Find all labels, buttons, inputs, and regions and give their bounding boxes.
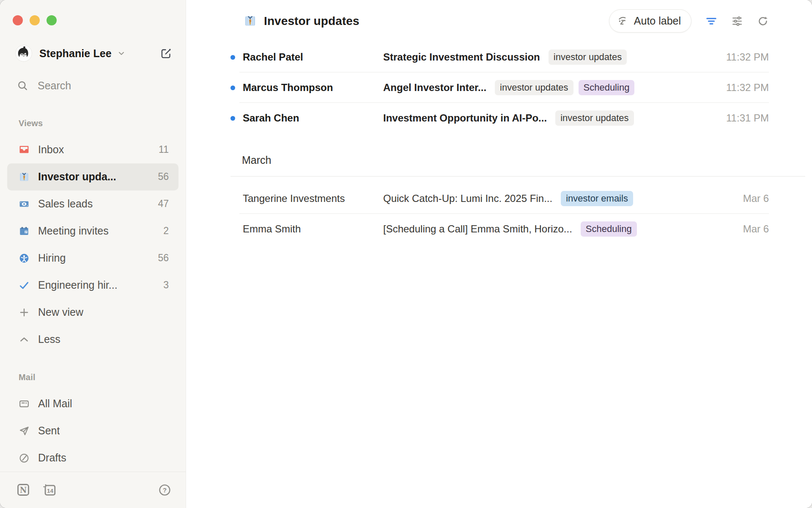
email-time: 11:32 PM — [716, 51, 769, 63]
email-time: Mar 6 — [733, 223, 769, 235]
sidebar-item-label: All Mail — [38, 398, 72, 410]
notion-app-icon[interactable]: N — [16, 483, 30, 497]
sidebar-item-label: Engineering hir... — [38, 279, 118, 291]
unread-count: 56 — [158, 252, 169, 264]
mail-list: All Mail Sent Drafts — [0, 390, 186, 472]
filter-icon[interactable] — [705, 15, 717, 27]
auto-label-text: Auto label — [634, 15, 681, 27]
new-view-label: New view — [38, 306, 83, 318]
header-actions: Auto label — [609, 9, 769, 33]
email-time: 11:32 PM — [716, 82, 769, 94]
email-row[interactable]: Marcus Thompson Angel Investor Inter... … — [186, 72, 812, 103]
email-sender: Tangerine Investments — [243, 193, 383, 204]
new-view-button[interactable]: New view — [7, 299, 178, 326]
email-group-recent: Rachel Patel Strategic Investment Discus… — [186, 42, 812, 133]
show-less-button[interactable]: Less — [7, 326, 178, 353]
email-sender: Emma Smith — [243, 223, 383, 235]
email-time: 11:31 PM — [716, 112, 769, 124]
sidebar-item-label: Sales leads — [38, 198, 93, 210]
view-header: Investor updates Auto label — [186, 0, 812, 42]
label-chip[interactable]: investor emails — [561, 191, 633, 206]
email-row[interactable]: Tangerine Investments Quick Catch-Up: Lu… — [186, 183, 812, 214]
calendar-icon — [19, 226, 30, 237]
email-subject: [Scheduling a Call] Emma Smith, Horizo..… — [383, 223, 572, 235]
label-chip[interactable]: investor updates — [549, 50, 627, 65]
sidebar-item-sales-leads[interactable]: Sales leads 47 — [7, 190, 178, 218]
label-chip[interactable]: Scheduling — [581, 221, 637, 237]
close-window-button[interactable] — [13, 15, 23, 25]
sidebar-item-engineering-hiring[interactable]: Engineering hir... 3 — [7, 272, 178, 299]
email-sender: Rachel Patel — [243, 51, 383, 63]
email-subject: Angel Investor Inter... — [383, 82, 486, 94]
svg-text:14: 14 — [47, 488, 53, 494]
label-chip[interactable]: investor updates — [555, 110, 634, 126]
account-switcher[interactable]: Stephanie Lee — [0, 44, 186, 64]
notion-calendar-app-icon[interactable]: 14 — [42, 483, 57, 497]
refresh-icon[interactable] — [757, 15, 769, 27]
help-icon[interactable]: ? — [158, 483, 171, 497]
zoom-window-button[interactable] — [47, 15, 57, 25]
unread-indicator — [230, 116, 235, 121]
email-subject: Investment Opportunity in AI-Po... — [383, 112, 547, 124]
sidebar: Stephanie Lee Search Views — [0, 0, 186, 508]
sidebar-item-label: Meeting invites — [38, 225, 109, 237]
sidebar-item-label: Hiring — [38, 252, 66, 264]
email-row[interactable]: Sarah Chen Investment Opportunity in AI-… — [186, 103, 812, 133]
banknote-icon — [19, 199, 30, 210]
mail-section-label: Mail — [0, 373, 186, 382]
sidebar-item-label: Drafts — [38, 452, 66, 464]
check-mark-icon — [19, 280, 30, 291]
views-section-label: Views — [0, 119, 186, 128]
plus-icon — [19, 307, 30, 318]
email-row[interactable]: Rachel Patel Strategic Investment Discus… — [186, 42, 812, 72]
chevron-up-icon — [19, 334, 30, 345]
auto-label-icon — [617, 15, 629, 27]
sidebar-item-hiring[interactable]: Hiring 56 — [7, 245, 178, 272]
main-content: Investor updates Auto label — [186, 0, 812, 508]
sidebar-item-investor-updates[interactable]: Investor upda... 56 — [7, 163, 178, 190]
unread-count: 3 — [163, 279, 169, 291]
email-row[interactable]: Emma Smith [Scheduling a Call] Emma Smit… — [186, 214, 812, 244]
unread-count: 11 — [159, 144, 169, 155]
label-chip[interactable]: investor updates — [495, 80, 573, 95]
unread-count: 2 — [163, 225, 169, 237]
minimize-window-button[interactable] — [30, 15, 40, 25]
display-settings-icon[interactable] — [731, 15, 743, 27]
auto-label-button[interactable]: Auto label — [609, 9, 691, 33]
label-chip[interactable]: Scheduling — [579, 80, 635, 95]
email-sender: Marcus Thompson — [243, 82, 383, 94]
svg-text:N: N — [20, 486, 27, 494]
email-subject: Quick Catch-Up: Lumi Inc. 2025 Fin... — [383, 193, 552, 204]
compose-icon[interactable] — [160, 48, 172, 59]
draft-icon — [19, 453, 30, 464]
sidebar-item-inbox[interactable]: Inbox 11 — [7, 136, 178, 163]
sidebar-item-label: Investor upda... — [38, 171, 116, 183]
chevron-down-icon — [117, 49, 126, 58]
search-input[interactable]: Search — [0, 79, 186, 92]
unread-count: 56 — [158, 171, 169, 182]
show-less-label: Less — [38, 333, 60, 345]
sidebar-item-meeting-invites[interactable]: Meeting invites 2 — [7, 218, 178, 245]
email-sender: Sarah Chen — [243, 112, 383, 124]
send-icon — [19, 425, 30, 436]
window-controls — [0, 0, 186, 25]
sidebar-item-all-mail[interactable]: All Mail — [7, 390, 178, 417]
unread-indicator — [230, 55, 235, 60]
group-heading-label: March — [242, 154, 271, 166]
sidebar-item-sent[interactable]: Sent — [7, 417, 178, 444]
necktie-shirt-icon — [19, 171, 30, 182]
svg-text:?: ? — [163, 487, 167, 494]
group-heading: March — [186, 133, 812, 177]
person-circle-icon — [19, 253, 30, 264]
email-time: Mar 6 — [733, 193, 769, 204]
sidebar-item-drafts[interactable]: Drafts — [7, 444, 178, 472]
sidebar-footer: N 14 ? — [0, 472, 186, 508]
sidebar-item-label: Sent — [38, 425, 60, 437]
user-name: Stephanie Lee — [39, 47, 112, 60]
unread-count: 47 — [158, 198, 169, 210]
search-icon — [17, 80, 28, 91]
email-subject: Strategic Investment Discussion — [383, 51, 540, 63]
email-group-march: March Tangerine Investments Quick Catch-… — [186, 133, 812, 244]
page-title: Investor updates — [264, 14, 359, 28]
sidebar-item-label: Inbox — [38, 144, 64, 156]
